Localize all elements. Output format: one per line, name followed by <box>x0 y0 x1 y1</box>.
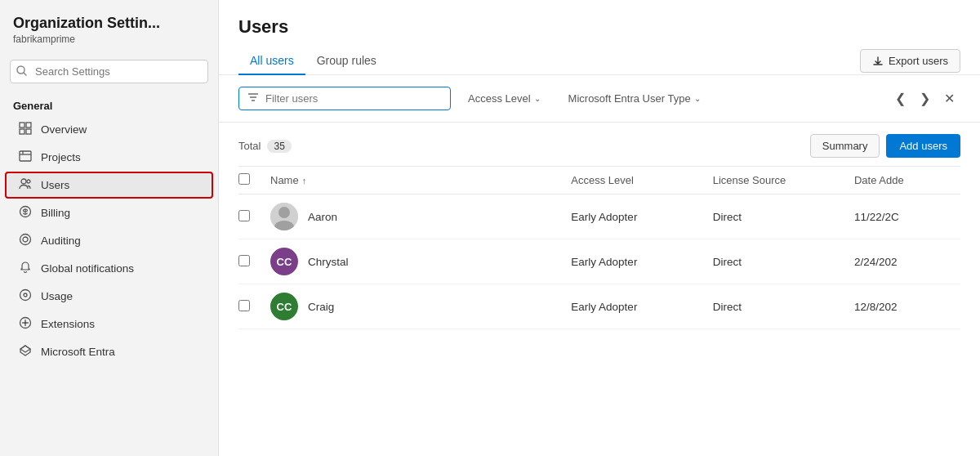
svg-point-12 <box>20 235 31 245</box>
main-header: Users All users Group rules Export users <box>219 0 980 75</box>
overview-icon <box>18 122 33 137</box>
svg-line-1 <box>24 73 26 75</box>
org-title: Organization Settin... <box>13 15 205 32</box>
entra-user-type-dropdown[interactable]: Microsoft Entra User Type ⌄ <box>558 87 711 110</box>
entra-user-type-chevron-icon: ⌄ <box>694 94 701 103</box>
sidebar-item-projects[interactable]: Projects <box>5 144 213 171</box>
license-source-chrystal: Direct <box>713 239 854 284</box>
search-settings-wrap[interactable] <box>10 60 208 83</box>
entra-user-type-label: Microsoft Entra User Type <box>568 92 691 105</box>
filter-lines-icon <box>247 92 259 105</box>
sidebar-item-microsoft-entra-label: Microsoft Entra <box>41 346 200 358</box>
nav-arrows: ❮ ❯ ✕ <box>889 87 960 110</box>
date-added-craig: 12/8/202 <box>854 284 960 329</box>
org-subtitle: fabrikamprime <box>13 34 205 45</box>
name-cell-aaron: Aaron <box>270 203 561 230</box>
total-count-badge: 35 <box>267 140 291 153</box>
sidebar-item-overview-label: Overview <box>41 123 200 136</box>
search-icon <box>16 65 27 78</box>
sidebar-item-users[interactable]: Users <box>5 172 213 199</box>
table-row: CC Chrystal Early Adopter Direct 2/24/20… <box>238 239 960 284</box>
nav-next-button[interactable]: ❯ <box>913 87 936 110</box>
extensions-icon <box>18 316 33 332</box>
usage-icon <box>18 288 33 304</box>
page-title: Users <box>238 16 960 38</box>
tab-all-users[interactable]: All users <box>238 47 305 75</box>
name-cell-chrystal: CC Chrystal <box>270 248 561 275</box>
date-added-aaron: 11/22/2C <box>854 194 960 239</box>
access-level-chevron-icon: ⌄ <box>534 94 541 103</box>
sidebar-item-billing-label: Billing <box>41 207 200 219</box>
auditing-icon <box>18 233 33 248</box>
sidebar: Organization Settin... fabrikamprime Gen… <box>0 0 219 456</box>
avatar-initials-chrystal: CC <box>277 256 292 268</box>
sidebar-item-usage-label: Usage <box>41 290 200 302</box>
filter-bar: Access Level ⌄ Microsoft Entra User Type… <box>219 75 980 123</box>
col-access-level-header: Access Level <box>571 167 712 194</box>
access-level-label: Access Level <box>468 92 531 105</box>
sidebar-item-global-notifications-label: Global notifications <box>41 262 200 275</box>
users-toolbar: Total 35 Summary Add users <box>238 123 960 166</box>
access-level-dropdown[interactable]: Access Level ⌄ <box>457 87 551 110</box>
table-row: Aaron Early Adopter Direct 11/22/2C <box>238 194 960 239</box>
sidebar-item-extensions[interactable]: Extensions <box>5 311 213 338</box>
sidebar-item-projects-label: Projects <box>41 151 200 163</box>
search-input[interactable] <box>10 60 208 83</box>
sidebar-item-auditing-label: Auditing <box>41 235 200 247</box>
sidebar-item-microsoft-entra[interactable]: Microsoft Entra <box>5 338 213 365</box>
general-section-label: General <box>0 92 218 115</box>
access-level-aaron: Early Adopter <box>571 194 712 239</box>
sidebar-item-extensions-label: Extensions <box>41 318 200 330</box>
total-text: Total <box>238 140 261 152</box>
notifications-icon <box>18 261 33 276</box>
export-icon <box>872 56 884 67</box>
sidebar-item-auditing[interactable]: Auditing <box>5 227 213 254</box>
microsoft-entra-icon <box>18 344 33 360</box>
add-users-button[interactable]: Add users <box>886 134 960 158</box>
svg-rect-2 <box>20 123 24 127</box>
summary-button[interactable]: Summary <box>810 134 880 158</box>
select-all-checkbox[interactable] <box>238 173 250 185</box>
svg-point-9 <box>21 179 26 184</box>
user-name-craig: Craig <box>308 301 334 313</box>
col-date-added-header: Date Adde <box>854 167 960 194</box>
sidebar-item-global-notifications[interactable]: Global notifications <box>5 255 213 282</box>
sidebar-nav: Overview Projects Users <box>0 115 218 456</box>
toolbar-actions: Summary Add users <box>810 134 960 158</box>
date-added-chrystal: 2/24/202 <box>854 239 960 284</box>
projects-icon <box>18 150 33 165</box>
row-checkbox-aaron[interactable] <box>238 210 250 221</box>
export-users-button[interactable]: Export users <box>860 49 960 73</box>
users-icon <box>18 177 33 193</box>
close-filter-button[interactable]: ✕ <box>938 87 960 110</box>
users-table: Name ↑ Access Level License Source Date … <box>238 166 960 329</box>
sidebar-item-billing[interactable]: Billing <box>5 199 213 226</box>
access-level-chrystal: Early Adopter <box>571 239 712 284</box>
row-checkbox-craig[interactable] <box>238 300 250 311</box>
sidebar-item-usage[interactable]: Usage <box>5 283 213 310</box>
avatar-chrystal: CC <box>270 248 298 275</box>
svg-rect-5 <box>26 129 31 134</box>
export-button-label: Export users <box>889 55 948 67</box>
license-source-craig: Direct <box>713 284 854 329</box>
svg-point-10 <box>27 180 30 183</box>
col-license-source-header: License Source <box>713 167 854 194</box>
avatar-initials-craig: CC <box>277 301 292 313</box>
row-checkbox-chrystal[interactable] <box>238 255 250 266</box>
sidebar-item-overview[interactable]: Overview <box>5 116 213 143</box>
tab-group-rules[interactable]: Group rules <box>305 47 388 75</box>
filter-users-input[interactable] <box>265 92 412 105</box>
filter-input-wrap[interactable] <box>238 87 451 110</box>
name-sort-icon[interactable]: ↑ <box>302 176 307 186</box>
svg-rect-4 <box>20 129 24 134</box>
sidebar-header: Organization Settin... fabrikamprime <box>0 0 218 51</box>
user-name-aaron: Aaron <box>308 211 337 223</box>
avatar-aaron <box>270 203 298 230</box>
name-cell-craig: CC Craig <box>270 293 561 320</box>
col-name-label: Name <box>270 174 299 186</box>
users-section: Total 35 Summary Add users Name ↑ <box>219 123 980 456</box>
user-name-chrystal: Chrystal <box>308 256 349 268</box>
nav-prev-button[interactable]: ❮ <box>889 87 911 110</box>
avatar-craig: CC <box>270 293 298 320</box>
svg-point-24 <box>278 207 290 218</box>
